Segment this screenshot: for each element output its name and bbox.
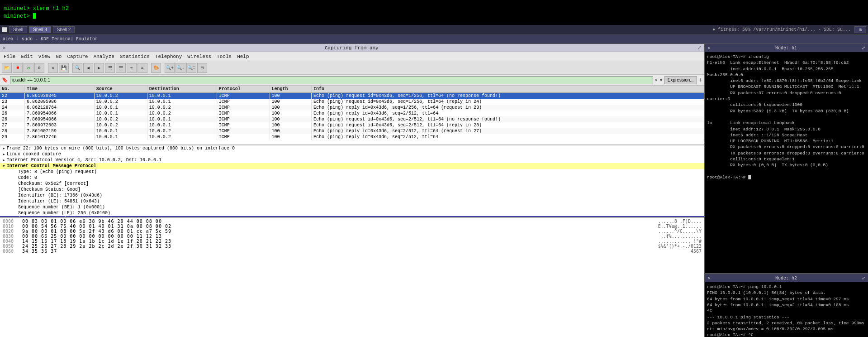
hex-row: 001000 00 54 56 75 40 00 01 40 01 31 0a … (2, 224, 702, 229)
taskbar-expand[interactable]: ⊕ (854, 26, 866, 33)
detail-linux-text: Linux cooked capture (7, 152, 61, 157)
col-source[interactable]: Source (94, 86, 147, 93)
toolbar-open[interactable]: 📂 (2, 63, 12, 73)
table-row[interactable]: 267.86095406610.0.0.110.0.0.2ICMP100Echo… (0, 111, 704, 116)
terminal-line: root@Alex-TA:~# █ (707, 174, 866, 180)
menu-wireless[interactable]: Wireless (187, 54, 211, 59)
terminal-line: RX bytes:0 (0,0 B) TX bytes:0 (0,0 B) (707, 162, 866, 168)
menu-telephony[interactable]: Telephony (155, 54, 182, 59)
table-row[interactable]: 246.86212876410.0.0.110.0.0.2ICMP100Echo… (0, 105, 704, 111)
icmp-field: Type: 8 (Echo (ping) request) (0, 169, 704, 175)
col-length[interactable]: Length (270, 86, 311, 93)
node-h1-titlebar: ✕ Node: h1 ⤢ (705, 44, 868, 52)
packet-table: No. Time Source Destination Protocol Len… (0, 86, 704, 140)
toolbar-back[interactable]: ◀ (83, 63, 93, 73)
node-h1-title: Node: h1 (711, 46, 862, 51)
filter-plus[interactable]: + (699, 77, 702, 84)
terminal-line: 2 packets transmitted, 2 received, 0% pa… (707, 320, 866, 326)
toolbar-unmark[interactable]: ☷ (116, 63, 126, 73)
toolbar-restart[interactable]: ↺ (24, 63, 33, 73)
taskbar-right-info: ● fitness: 50% /var/run/mininet/h1/... -… (712, 27, 851, 32)
toolbar-close[interactable]: ✕ (48, 63, 58, 73)
terminal-line: root@Alex-TA:~# ^C (707, 332, 866, 337)
toolbar-stop[interactable]: ■ (13, 63, 23, 73)
icmp-field: Identifier (LE): 54851 (0x643) (0, 198, 704, 204)
menu-go[interactable]: Go (56, 54, 62, 59)
col-protocol[interactable]: Protocol (217, 86, 270, 93)
toolbar-find[interactable]: 🔍 (72, 63, 82, 73)
detail-frame[interactable]: Frame 22: 100 bytes on wire (800 bits), … (0, 145, 704, 151)
toolbar-zoom-in[interactable]: 🔍+ (165, 63, 175, 73)
terminal-line: --- 10.0.0.1 ping statistics --- (707, 314, 866, 320)
detail-linux[interactable]: Linux cooked capture (0, 151, 704, 157)
toolbar-scroll-bot[interactable]: ⇊ (138, 63, 147, 73)
col-info[interactable]: Info (311, 86, 704, 93)
taskbar-shell[interactable]: Shell (9, 26, 27, 33)
menu-tools[interactable]: Tools (217, 54, 232, 59)
menu-analyze[interactable]: Analyze (94, 54, 114, 59)
filter-arrow[interactable]: ▼ (659, 77, 663, 83)
hex-row: 000000 03 00 01 00 06 e6 38 9b 46 29 44 … (2, 219, 702, 224)
top-terminal: mininet> xterm h1 h2 mininet> █ (0, 0, 868, 25)
table-row[interactable]: 277.86097260310.0.0.210.0.0.1ICMP100Echo… (0, 122, 704, 128)
toolbar-layout[interactable]: ⊞ (197, 63, 207, 73)
taskbar: ⬜ Shell Shell 3 Shell 2 ● fitness: 50% /… (0, 25, 868, 35)
menu-file[interactable]: File (4, 54, 15, 59)
toolbar-colorize[interactable]: 🎨 (151, 63, 161, 73)
taskbar-shell2[interactable]: Shell 2 (53, 26, 75, 33)
node-h2-title: Node: h2 (711, 276, 862, 281)
terminal-line: TX packets:0 errors:0 dropped:0 overruns… (707, 150, 866, 156)
node-h1-expand[interactable]: ⤢ (862, 45, 865, 51)
col-destination[interactable]: Destination (147, 86, 217, 93)
table-row[interactable]: 226.86193034510.0.0.210.0.0.1ICMP100Echo… (0, 93, 704, 99)
app-title: alex : sudo - KDE Terminal Emulator (3, 37, 98, 42)
col-no[interactable]: No. (0, 86, 24, 93)
ws-title: Capturing from any (325, 45, 379, 51)
icmp-field: Code: 0 (0, 175, 704, 181)
filter-expression-btn[interactable]: Expression... (664, 76, 697, 84)
menu-edit[interactable]: Edit (21, 54, 33, 59)
app-titlebar: alex : sudo - KDE Terminal Emulator (0, 35, 868, 44)
packet-list[interactable]: No. Time Source Destination Protocol Len… (0, 86, 704, 144)
table-row[interactable]: 267.86095406610.0.0.210.0.0.1ICMP100Echo… (0, 116, 704, 122)
ws-menubar: File Edit View Go Capture Analyze Statis… (0, 52, 704, 61)
terminal-line: root@Alex-TA:~# ifconfig (707, 54, 866, 60)
menu-view[interactable]: View (38, 54, 50, 59)
table-row[interactable]: 236.86209598610.0.0.210.0.0.1ICMP100Echo… (0, 99, 704, 105)
ws-expand[interactable]: ⤢ (697, 45, 702, 51)
filter-clear[interactable]: ✕ (655, 77, 658, 83)
toolbar-forward[interactable]: ▶ (94, 63, 104, 73)
ws-toolbar: 📂 ■ ↺ ⚙ ✕ 💾 🔍 ◀ ▶ ☰ ☷ ⇈ ⇊ 🎨 🔍+ 🔍- 🔍= ⊞ (0, 61, 704, 75)
toolbar-scroll-top[interactable]: ⇈ (127, 63, 137, 73)
terminal-line: RX packets:0 errors:0 dropped:0 overruns… (707, 144, 866, 150)
node-h2-expand[interactable]: ⤢ (862, 275, 865, 281)
menu-statistics[interactable]: Statistics (120, 54, 150, 59)
toolbar-save[interactable]: 💾 (59, 63, 69, 73)
menu-capture[interactable]: Capture (67, 54, 88, 59)
table-row[interactable]: 297.86101274610.0.0.110.0.0.2ICMP100Echo… (0, 134, 704, 140)
detail-icmp-header[interactable]: Internet Control Message Protocol (0, 163, 704, 169)
icmp-field: Checksum: 0x5e2f [correct] (0, 181, 704, 187)
menu-help[interactable]: Help (237, 54, 249, 59)
filter-icon: 🔖 (2, 77, 8, 83)
top-terminal-line2: mininet> █ (4, 13, 864, 20)
toolbar-options[interactable]: ⚙ (34, 63, 44, 73)
hex-row: 004014 15 16 17 18 19 1a 1b 1c 1d 1e 1f … (2, 239, 702, 244)
icmp-field: Sequence number (LE): 256 (0x0100) (0, 210, 704, 216)
table-row[interactable]: 287.86100715910.0.0.110.0.0.2ICMP100Echo… (0, 128, 704, 134)
terminal-line (707, 114, 866, 120)
toolbar-mark[interactable]: ☰ (105, 63, 115, 73)
ws-close-left[interactable]: ✕ (3, 45, 6, 51)
detail-ip[interactable]: Internet Protocol Version 4, Src: 10.0.0… (0, 157, 704, 163)
taskbar-icon: ⬜ (2, 27, 7, 33)
col-time[interactable]: Time (24, 86, 94, 93)
toolbar-zoom-out[interactable]: 🔍- (175, 63, 185, 73)
toolbar-zoom-reset[interactable]: 🔍= (186, 63, 196, 73)
taskbar-shell3[interactable]: Shell 3 (29, 26, 51, 33)
filter-input[interactable] (10, 76, 653, 84)
terminal-line: UP BROADCAST RUNNING MULTICAST MTU:1500 … (707, 84, 866, 90)
right-panels: ✕ Node: h1 ⤢ root@Alex-TA:~# ifconfigh1-… (705, 44, 868, 337)
terminal-line: collisions:0 txqueuelen:1000 (707, 102, 866, 108)
icmp-field: [Checksum Status: Good] (0, 187, 704, 193)
terminal-line: inet6 addr: ::1/128 Scope:Host (707, 132, 866, 138)
